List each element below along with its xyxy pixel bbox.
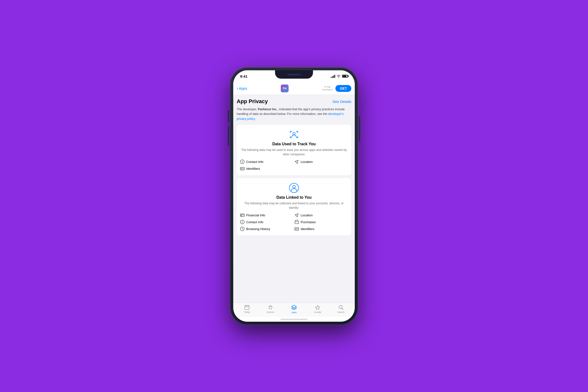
linked-title: Data Linked to You (276, 195, 312, 200)
svg-line-29 (342, 308, 344, 310)
svg-point-21 (296, 228, 296, 230)
info-circle-icon (240, 160, 244, 164)
track-location: Location (294, 160, 348, 164)
linked-subtitle: The following data may be collected and … (240, 201, 348, 210)
linked-icon (288, 182, 300, 193)
wifi-icon (337, 75, 340, 78)
svg-line-19 (242, 229, 243, 229)
track-card: Data Used to Track You The following dat… (237, 125, 351, 175)
track-title: Data Used to Track You (272, 142, 316, 146)
track-identifiers-label: Identifiers (246, 167, 260, 170)
tab-arcade-label: Arcade (314, 311, 321, 313)
tab-apps-label: Apps (291, 311, 297, 314)
linked-browsing-label: Browsing History (246, 227, 270, 231)
in-app-purchases-label: In-AppPurchases (322, 86, 333, 91)
tab-today[interactable]: Today (235, 305, 259, 313)
search-icon (338, 305, 344, 310)
svg-point-2 (242, 161, 242, 161)
track-card-header: Data Used to Track You The following dat… (240, 129, 348, 156)
location-arrow2-icon (294, 213, 299, 217)
privacy-title: App Privacy (237, 98, 268, 104)
svg-point-5 (241, 168, 242, 169)
home-indicator (233, 317, 355, 322)
svg-point-9 (293, 186, 296, 188)
location-arrow-icon (294, 160, 299, 164)
tab-arcade[interactable]: Arcade (306, 305, 329, 313)
linked-card-header: Data Linked to You The following data ma… (240, 182, 348, 210)
back-label: Apps (239, 86, 247, 90)
svg-point-14 (242, 221, 242, 222)
track-items: Contact Info Location (240, 160, 348, 171)
linked-purchases: Purchases (294, 220, 348, 224)
linked-contact-label: Contact Info (246, 220, 264, 224)
tab-search-label: Search (337, 311, 345, 313)
linked-browsing: Browsing History (240, 226, 294, 231)
track-location-label: Location (300, 160, 312, 164)
linked-location: Location (294, 213, 348, 217)
nav-bar: ‹ Apps Pal In-AppPurchases GET (233, 82, 355, 95)
today-icon (244, 305, 250, 310)
track-contact-info-label: Contact Info (246, 160, 264, 164)
linked-financial: Financial Info (240, 213, 294, 217)
games-icon (268, 305, 273, 310)
svg-rect-16 (295, 221, 299, 224)
notch (275, 70, 313, 79)
apps-icon (291, 304, 297, 310)
phone-screen: 9:41 (233, 70, 355, 322)
status-time: 9:41 (240, 74, 248, 78)
signal-icon (331, 75, 335, 78)
background: 9:41 (0, 0, 588, 392)
app-info-center: Pal (281, 84, 288, 92)
svg-rect-15 (242, 222, 242, 223)
privacy-header: App Privacy See Details (237, 98, 351, 104)
privacy-policy-link[interactable]: developer's privacy policy. (237, 112, 344, 120)
content-area[interactable]: App Privacy See Details The developer, P… (233, 95, 355, 302)
track-identifiers: Identifiers (240, 166, 294, 171)
see-details-link[interactable]: See Details (332, 100, 351, 104)
linked-contact: Contact Info (240, 220, 294, 224)
track-contact-info: Contact Info (240, 160, 294, 164)
app-icon: Pal (281, 84, 288, 92)
linked-identifiers: Identifiers (294, 226, 348, 231)
linked-purchases-label: Purchases (300, 220, 316, 224)
phone-device: 9:41 (230, 68, 358, 324)
svg-rect-24 (245, 306, 249, 310)
back-arrow-icon: ‹ (237, 86, 238, 91)
svg-point-0 (293, 132, 295, 135)
linked-financial-label: Financial Info (246, 214, 265, 217)
privacy-description: The developer, PalAbout Inc., indicated … (237, 107, 351, 121)
status-icons (331, 75, 348, 78)
track-icon (288, 129, 300, 140)
battery-icon (342, 75, 348, 78)
credit-card-icon (240, 213, 244, 217)
tab-search[interactable]: Search (329, 305, 353, 313)
track-subtitle: The following data may be used to track … (240, 148, 348, 156)
arcade-icon (315, 305, 320, 310)
tab-today-label: Today (244, 311, 250, 313)
tab-bar: Today Games Apps (233, 302, 355, 317)
info-circle2-icon (240, 220, 244, 224)
linked-card: Data Linked to You The following data ma… (237, 178, 351, 236)
svg-rect-10 (240, 214, 244, 216)
get-button[interactable]: GET (336, 85, 351, 92)
back-button[interactable]: ‹ Apps (237, 86, 247, 91)
tab-games[interactable]: Games (259, 305, 282, 313)
bag-icon (294, 220, 299, 224)
tab-games-label: Games (267, 311, 274, 313)
tab-apps[interactable]: Apps (282, 304, 306, 314)
linked-identifiers-label: Identifiers (300, 227, 314, 231)
linked-location-label: Location (300, 214, 312, 217)
svg-rect-12 (241, 216, 242, 216)
id-card-icon (240, 166, 244, 171)
svg-rect-3 (242, 162, 242, 163)
linked-items: Financial Info Location (240, 213, 348, 231)
clock-icon (240, 226, 244, 231)
id-card2-icon (294, 226, 299, 231)
